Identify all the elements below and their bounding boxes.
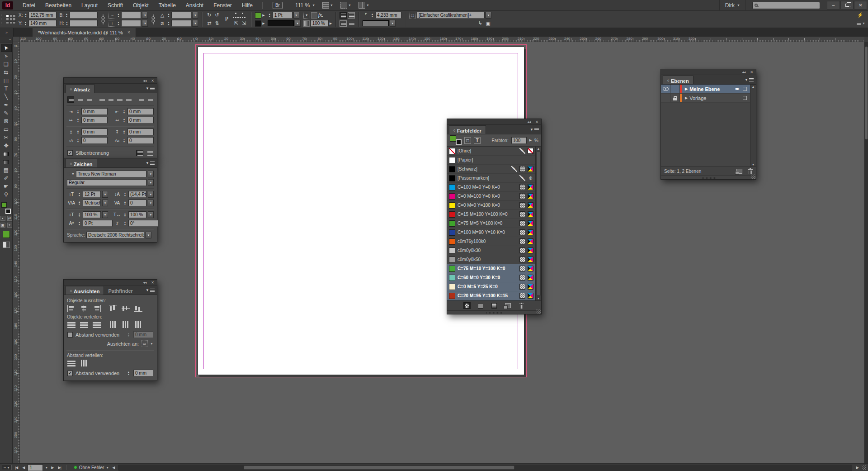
- stroke-weight-field[interactable]: 1 Pt: [273, 12, 292, 19]
- collapse-icon[interactable]: ◂◂: [742, 70, 745, 74]
- screen-mode-toggle[interactable]: [3, 242, 10, 248]
- search-input[interactable]: [752, 2, 820, 9]
- spacing-stepper-2[interactable]: [127, 371, 131, 376]
- resize-corner[interactable]: [751, 174, 755, 179]
- use-spacing-checkbox-2[interactable]: ✓: [67, 371, 73, 376]
- drop-cap-chars-stepper[interactable]: [122, 138, 126, 143]
- preflight-flyout[interactable]: ••▼: [2, 465, 12, 470]
- pen-tool[interactable]: ✒: [1, 101, 12, 109]
- align-vertical-centers-button[interactable]: [122, 305, 130, 312]
- swatch-row[interactable]: [Papier]: [447, 156, 535, 165]
- stroke-swatch[interactable]: [255, 20, 261, 27]
- last-line-indent-field[interactable]: 0 mm: [127, 117, 154, 124]
- object-style-field[interactable]: [Einfacher Grafikrahmen]+: [417, 12, 485, 19]
- swatch-row[interactable]: C=0 M=0 Y=100 K=0: [447, 201, 535, 210]
- space-before-stepper[interactable]: [76, 130, 80, 134]
- control-panel-menu-icon[interactable]: [857, 22, 861, 25]
- panel-drag-bar[interactable]: ◂◂✕: [447, 119, 541, 125]
- y-field[interactable]: 149 mm: [28, 20, 57, 27]
- new-swatch-button[interactable]: [504, 302, 511, 309]
- effects-target-icon[interactable]: ▾: [303, 12, 310, 19]
- direct-selection-tool[interactable]: ➢: [1, 52, 12, 60]
- panel-drag-bar[interactable]: ◂◂✕: [661, 69, 756, 75]
- selection-tool[interactable]: ➤: [1, 44, 12, 52]
- panel-menu-icon[interactable]: ▼: [745, 78, 754, 82]
- stroke-weight-stepper[interactable]: [268, 13, 272, 18]
- corner-shape-preview[interactable]: [363, 20, 389, 26]
- vertical-ruler[interactable]: 0102030405060708090100110120130140150160…: [13, 42, 20, 463]
- horizontal-scale-stepper[interactable]: [123, 213, 127, 217]
- shear-dropdown[interactable]: [192, 20, 198, 27]
- font-size-dropdown[interactable]: [102, 191, 108, 198]
- opacity-flyout-icon[interactable]: ▶: [330, 22, 332, 25]
- object-style-dropdown[interactable]: [486, 12, 491, 19]
- gradient-swatch-tool[interactable]: [1, 150, 12, 158]
- swatch-row[interactable]: C=60 M=0 Y=30 K=0: [447, 273, 535, 282]
- formatting-affects-text-button[interactable]: T: [7, 223, 12, 228]
- dock-expand-icon[interactable]: »: [0, 28, 14, 37]
- space-before-field[interactable]: 0 mm: [81, 128, 108, 135]
- rotate-ccw-button[interactable]: ↺: [213, 12, 220, 19]
- gap-tool[interactable]: ⇆: [1, 68, 12, 76]
- panel-resize-grip[interactable]: [447, 310, 541, 314]
- swatch-row[interactable]: C=75 M=5 Y=100 K=0: [447, 219, 535, 228]
- kerning-stepper[interactable]: [77, 201, 81, 205]
- panel-menu-icon[interactable]: ▼: [146, 288, 155, 292]
- collapse-icon[interactable]: ◂◂: [527, 120, 531, 124]
- swap-fill-stroke-button[interactable]: ⇄: [7, 216, 12, 221]
- font-family-field[interactable]: Times New Roman: [76, 171, 146, 177]
- justify-last-left-button[interactable]: [98, 96, 105, 103]
- default-fill-stroke-button[interactable]: ▪: [0, 216, 5, 221]
- drop-cap-lines-stepper[interactable]: [76, 138, 80, 143]
- scale-x-stepper[interactable]: [116, 13, 120, 18]
- align-bottom-edges-button[interactable]: [134, 305, 142, 312]
- drop-cap-chars-field[interactable]: 0: [127, 137, 154, 144]
- close-icon[interactable]: ✕: [151, 79, 154, 83]
- horizontal-scrollbar[interactable]: [118, 465, 852, 471]
- swatch-row[interactable]: [Ohne]✎: [447, 147, 535, 156]
- tint-field[interactable]: 100: [511, 137, 527, 144]
- gradient-feather-tool[interactable]: [1, 158, 12, 166]
- line-tool[interactable]: ╲: [1, 93, 12, 101]
- space-after-field[interactable]: 0 mm: [127, 128, 154, 135]
- menu-hilfe[interactable]: Hilfe: [237, 0, 258, 11]
- swatch-row[interactable]: C=20 M=95 Y=100 K=15: [447, 291, 535, 300]
- tab-zeichen[interactable]: ◊Zeichen: [66, 159, 97, 167]
- justify-last-right-button[interactable]: [116, 96, 123, 103]
- x-field[interactable]: 152,75 mm: [28, 12, 57, 19]
- screen-mode-button[interactable]: ▼: [340, 2, 351, 9]
- scroll-down-icon[interactable]: ▼: [752, 163, 755, 166]
- justify-last-center-button[interactable]: [107, 96, 114, 103]
- right-indent-field[interactable]: 0 mm: [127, 108, 154, 115]
- baseline-shift-stepper[interactable]: [77, 221, 81, 226]
- select-next-object-button[interactable]: ⇲: [241, 20, 247, 27]
- visibility-cell[interactable]: [661, 85, 670, 93]
- left-indent-stepper[interactable]: [76, 109, 80, 114]
- distribute-vertical-space-button[interactable]: [67, 360, 75, 366]
- horizontal-scrollbar-thumb[interactable]: [244, 466, 515, 470]
- y-stepper[interactable]: [24, 21, 28, 26]
- show-color-swatches-button[interactable]: [477, 302, 484, 309]
- lock-cell[interactable]: [670, 94, 680, 102]
- corner-shape-dropdown[interactable]: [390, 20, 396, 27]
- window-resize-grip[interactable]: [862, 465, 866, 470]
- collapse-icon[interactable]: ◂◂: [143, 281, 146, 285]
- ruler-origin-corner[interactable]: [13, 37, 20, 42]
- scale-x-field[interactable]: [121, 12, 141, 19]
- menu-datei[interactable]: Datei: [18, 0, 40, 11]
- toolbar-expand-icon[interactable]: »: [0, 37, 12, 43]
- apply-color-button[interactable]: [3, 231, 10, 238]
- leading-dropdown[interactable]: [148, 191, 154, 198]
- align-left-edges-button[interactable]: [67, 305, 75, 312]
- constrain-proportions-link-icon[interactable]: [100, 14, 106, 25]
- swatch-row[interactable]: C=100 M=0 Y=0 K=0: [447, 183, 535, 192]
- type-tool[interactable]: T: [1, 85, 12, 93]
- panel-menu-icon[interactable]: ▼: [530, 128, 539, 132]
- center-column-guide[interactable]: [361, 47, 361, 375]
- select-content-icon[interactable]: [240, 13, 245, 18]
- font-size-field[interactable]: 12 Pt: [83, 191, 101, 198]
- leading-field[interactable]: (14,4 Pt): [128, 191, 146, 198]
- align-horizontal-centers-button[interactable]: [80, 305, 88, 312]
- formatting-affects-container-button[interactable]: □: [464, 137, 471, 144]
- vertical-scale-dropdown[interactable]: [102, 211, 108, 218]
